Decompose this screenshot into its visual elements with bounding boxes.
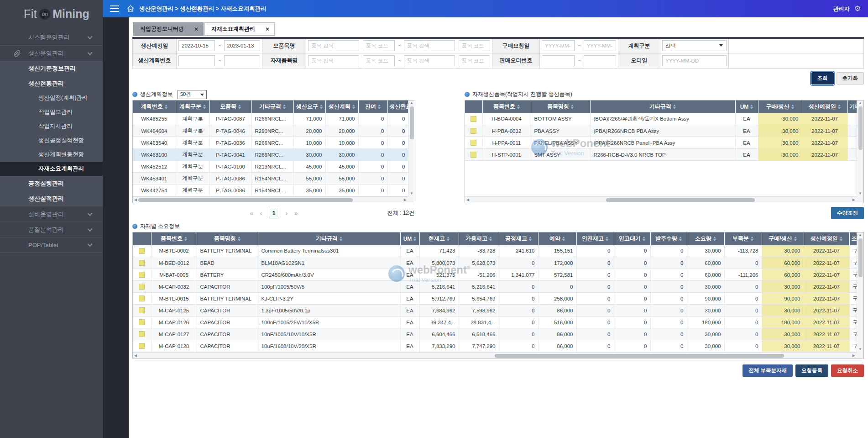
table-row[interactable]: H-PPA-0011PANEL/PBA ASSY(PPA)R266NRCB Pa…: [465, 137, 857, 149]
hamburger-menu-icon[interactable]: [110, 5, 119, 12]
parent-item-code2-input[interactable]: [459, 40, 491, 51]
table-row[interactable]: M-BED-0012BEADBLM18AG102SN1EA5,800,0735,…: [133, 257, 857, 269]
sidebar-item[interactable]: 생산공정실적현황: [0, 133, 103, 148]
plan-no-from-input[interactable]: [178, 55, 215, 66]
column-header-req[interactable]: 생산요구: [293, 100, 325, 113]
table-row[interactable]: H-BOA-0004BOTTOM ASSY(BOA)R266/유광흰색/돌기X …: [465, 113, 857, 125]
column-header-spec[interactable]: 기타규격: [258, 232, 400, 245]
order-date-input[interactable]: [662, 55, 727, 66]
column-header-plan[interactable]: 생산계획: [325, 100, 358, 113]
column-header-remain[interactable]: 잔여: [358, 100, 387, 113]
row-checkbox[interactable]: [471, 116, 476, 122]
home-icon[interactable]: [126, 5, 135, 13]
row-checkbox[interactable]: [471, 152, 476, 158]
column-header-safety[interactable]: 안전재고: [576, 232, 614, 245]
sidebar-item[interactable]: 생산운영관리: [0, 45, 103, 61]
table-row[interactable]: WK463100계획구분P-TAG-0041R266NRC...30,00030…: [133, 149, 408, 161]
close-icon[interactable]: ✕: [265, 26, 270, 32]
request-cancel-button[interactable]: 요청취소: [831, 364, 864, 377]
column-header-due[interactable]: 생산예정일: [802, 100, 847, 113]
sidebar-item[interactable]: 공정실행관리: [0, 176, 103, 191]
column-header-spec[interactable]: 기타규격: [251, 100, 293, 113]
plan-no-to-input[interactable]: [224, 55, 261, 66]
table-row[interactable]: WK442754계획구분P-TAG-0086R154NRCL...35,0003…: [133, 185, 408, 196]
column-header-buy_qty[interactable]: 구매/생산: [762, 232, 804, 245]
sidebar-item[interactable]: 생산기준정보관리: [0, 61, 103, 76]
column-header-item_name[interactable]: 품목명칭: [531, 100, 590, 113]
sidebar-item[interactable]: 설비운영관리: [0, 206, 103, 222]
table-row[interactable]: M-CAP-0126CAPACITOR100nF/1005/25V/10/X5R…: [133, 317, 857, 328]
sales-order-from-input[interactable]: [542, 55, 575, 66]
all-shortage-materials-button[interactable]: 전체 부족분자재: [743, 364, 793, 377]
column-header-um[interactable]: UM: [400, 232, 419, 245]
column-header-wip[interactable]: 공정재고: [499, 232, 538, 245]
column-header-required[interactable]: 소요량: [687, 232, 724, 245]
adjust-quantity-button[interactable]: 수량조정: [831, 207, 864, 219]
reset-button[interactable]: 초기화: [837, 72, 864, 84]
column-header-um[interactable]: UM: [735, 100, 758, 113]
table-row[interactable]: M-CAP-0127CAPACITOR10nF/1005/10V/10/X5RE…: [133, 328, 857, 340]
table-row[interactable]: WK463540계획구분P-TAG-0036R266NRC...10,00010…: [133, 137, 408, 149]
row-checkbox[interactable]: [139, 260, 145, 266]
table-row[interactable]: WK465255계획구분P-TAG-0087R266NRCL...71,0007…: [133, 113, 408, 125]
sidebar-item[interactable]: 작업일보관리: [0, 105, 103, 119]
row-checkbox[interactable]: [139, 307, 145, 313]
sidebar-item[interactable]: 시스템운영관리: [0, 30, 103, 45]
close-icon[interactable]: ✕: [194, 26, 199, 32]
request-register-button[interactable]: 요청등록: [795, 364, 828, 377]
gear-icon[interactable]: ⚙: [854, 5, 861, 12]
purchase-date-to-input[interactable]: [584, 40, 617, 51]
column-header-shortage[interactable]: 부족분: [724, 232, 762, 245]
column-header-checkbox[interactable]: [133, 232, 151, 245]
sidebar-item[interactable]: 작업지시관리: [0, 119, 103, 133]
prod-date-to-input[interactable]: [224, 40, 261, 51]
column-header-spec[interactable]: 기타규격: [590, 100, 735, 113]
column-header-checkbox[interactable]: [465, 100, 482, 113]
sidebar-item[interactable]: 생산현황관리: [0, 76, 103, 91]
vertical-scrollbar[interactable]: ▲▼: [857, 100, 863, 196]
material-item-code2-input[interactable]: [459, 55, 491, 66]
table-row[interactable]: M-CAP-0125CAPACITOR1.3pF/1005/50V/0.1pEA…: [133, 305, 857, 317]
parent-item-search2-input[interactable]: [404, 40, 455, 51]
sidebar-item[interactable]: 생산일정(계획)관리: [0, 91, 103, 105]
column-header-incoming[interactable]: 입고대기: [614, 232, 650, 245]
horizontal-scrollbar[interactable]: ◀▶: [133, 196, 408, 203]
plan-type-select[interactable]: 선택: [662, 40, 727, 51]
prev-page-button[interactable]: ‹: [260, 210, 262, 216]
table-row[interactable]: H-PBA-0032PBA ASSY(PBA)R266NRCB PBA Assy…: [465, 125, 857, 137]
sales-order-to-input[interactable]: [584, 55, 617, 66]
horizontal-scrollbar[interactable]: ◀▶: [133, 352, 857, 359]
column-header-buy_qty[interactable]: 구매/생산: [758, 100, 802, 113]
parent-item-search-input[interactable]: [308, 40, 359, 51]
column-header-ordered[interactable]: 발주수량: [650, 232, 687, 245]
table-row[interactable]: M-BTE-0015BATTERY TERMINALKJ-CLIP-3.2YEA…: [133, 293, 857, 305]
next-page-button[interactable]: ›: [286, 210, 288, 216]
current-page-button[interactable]: 1: [269, 208, 279, 218]
material-item-code-input[interactable]: [363, 55, 395, 66]
tab-work-process-monitoring[interactable]: 작업공정모니터링 ✕: [133, 22, 204, 36]
column-header-reserved[interactable]: 예약: [538, 232, 576, 245]
horizontal-scrollbar[interactable]: ◀▶: [465, 196, 857, 203]
column-header-etc[interactable]: 기타: [847, 100, 857, 113]
sidebar-item[interactable]: 생산실적관리: [0, 191, 103, 206]
material-item-search-input[interactable]: [308, 55, 359, 66]
column-header-plan_no[interactable]: 계획번호: [133, 100, 176, 113]
page-size-select[interactable]: 50건: [178, 90, 207, 99]
row-checkbox[interactable]: [471, 140, 476, 146]
table-row[interactable]: H-STP-0001SMT ASSYR266-RGB-D-V3.0 NRCB T…: [465, 149, 857, 161]
row-checkbox[interactable]: [139, 284, 145, 290]
first-page-button[interactable]: «: [250, 210, 253, 216]
row-checkbox[interactable]: [139, 296, 145, 301]
row-checkbox[interactable]: [139, 331, 145, 337]
column-header-item_no[interactable]: 품목번호: [482, 100, 531, 113]
column-header-avail[interactable]: 가용재고: [459, 232, 499, 245]
table-row[interactable]: WK452512계획구분P-TAG-0100R213NRCL...45,0004…: [133, 161, 408, 173]
row-checkbox[interactable]: [471, 128, 476, 134]
table-row[interactable]: WK453401계획구분P-TAG-0086R154NRCL...55,0005…: [133, 173, 408, 185]
row-checkbox[interactable]: [139, 272, 145, 278]
search-button[interactable]: 조회: [811, 72, 834, 84]
row-checkbox[interactable]: [139, 319, 145, 325]
sidebar-item[interactable]: 생산계획변동현황: [0, 148, 103, 162]
table-row[interactable]: M-CAP-0128CAPACITOR10uF/1608/10V/20/X5RE…: [133, 340, 857, 352]
last-page-button[interactable]: »: [294, 210, 298, 216]
